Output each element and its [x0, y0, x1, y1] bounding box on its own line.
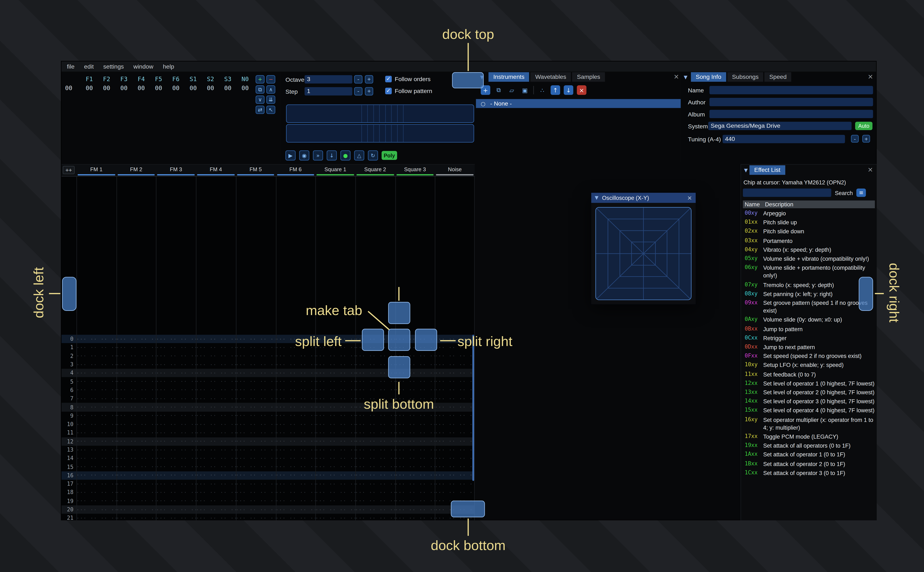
annotation-line	[398, 382, 400, 395]
make-tab-label: make tab	[306, 303, 362, 319]
dock-top-label: dock top	[438, 26, 498, 42]
annotation-line	[345, 340, 361, 341]
annotation-line	[440, 340, 455, 341]
docking-overlay: dock top dock bottom dock left dock righ…	[0, 0, 924, 572]
dock-left-label: dock left	[31, 260, 47, 325]
split-left-label: split left	[275, 333, 342, 350]
dock-top-target[interactable]	[452, 72, 483, 88]
desktop-background: fileeditsettingswindowhelp F1F2F3F4F5F6S…	[0, 0, 924, 572]
split-bottom-label: split bottom	[358, 396, 439, 412]
dock-right-target[interactable]	[859, 277, 873, 311]
dock-left-target[interactable]	[62, 277, 76, 311]
annotation-line	[467, 519, 469, 536]
annotation-line	[875, 293, 884, 294]
split-top-target[interactable]	[388, 302, 410, 324]
make-tab-target[interactable]	[388, 329, 410, 351]
dock-bottom-target[interactable]	[451, 501, 485, 518]
annotation-line	[398, 287, 400, 301]
split-right-label: split right	[457, 333, 513, 350]
split-bottom-target[interactable]	[388, 356, 410, 378]
annotation-line	[467, 43, 469, 71]
split-right-target[interactable]	[415, 329, 437, 351]
dock-right-label: dock right	[886, 260, 902, 325]
split-left-target[interactable]	[362, 329, 384, 351]
dock-bottom-label: dock bottom	[427, 538, 510, 553]
annotation-line	[49, 293, 60, 294]
annotation-line	[368, 311, 390, 330]
